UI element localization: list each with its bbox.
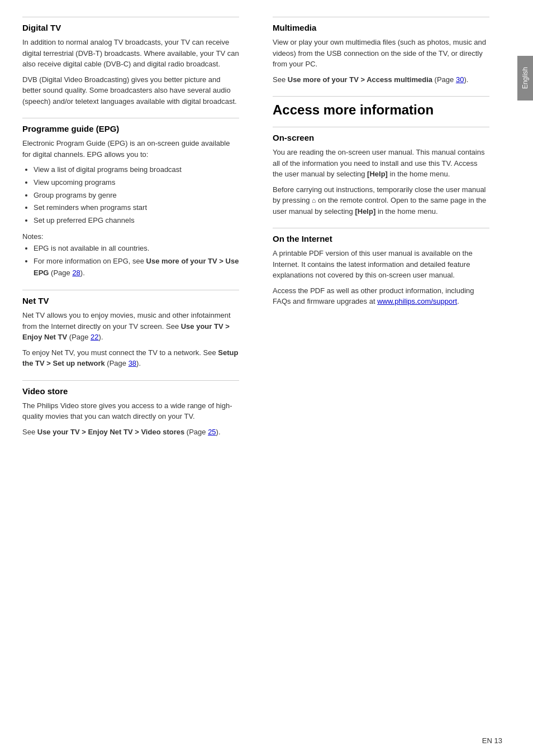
on-screen-help-ref: [Help] bbox=[367, 170, 388, 178]
note-link-bold: Use more of your TV > Use EPG bbox=[34, 257, 239, 277]
left-column: Digital TV In addition to normal analog … bbox=[22, 17, 250, 739]
divider-access-more-info bbox=[273, 96, 489, 97]
net-tv-link-1: Use your TV > Enjoy Net TV bbox=[22, 322, 230, 342]
video-store-para-1: The Philips Video store gives you access… bbox=[22, 400, 239, 422]
programme-guide-bullets: View a list of digital programs being br… bbox=[22, 164, 239, 227]
right-column: Multimedia View or play your own multime… bbox=[267, 17, 489, 739]
notes-bullets: EPG is not available in all countries. F… bbox=[22, 243, 239, 279]
note-item: EPG is not available in all countries. bbox=[34, 243, 239, 255]
video-store-see-also: See Use your TV > Enjoy Net TV > Video s… bbox=[22, 427, 239, 438]
divider-digital-tv bbox=[22, 17, 239, 17]
on-internet-para-1: A printable PDF version of this user man… bbox=[273, 248, 489, 281]
video-store-page-link[interactable]: 25 bbox=[208, 428, 216, 436]
net-tv-para-1: Net TV allows you to enjoy movies, music… bbox=[22, 310, 239, 343]
note-page-link[interactable]: 28 bbox=[72, 269, 80, 277]
home-icon: ⌂ bbox=[312, 195, 316, 205]
net-tv-page-link-2[interactable]: 38 bbox=[129, 359, 136, 367]
title-digital-tv: Digital TV bbox=[22, 23, 239, 32]
section-programme-guide: Programme guide (EPG) Electronic Program… bbox=[22, 118, 239, 279]
bullet-item: Group programs by genre bbox=[34, 190, 239, 202]
language-tab: English bbox=[517, 56, 533, 101]
on-internet-para-2: Access the PDF as well as other product … bbox=[273, 285, 489, 307]
on-screen-para-2: Before carrying out instructions, tempor… bbox=[273, 184, 489, 217]
bullet-item: Set up preferred EPG channels bbox=[34, 215, 239, 227]
divider-programme-guide bbox=[22, 118, 239, 118]
page-number: EN 13 bbox=[482, 736, 502, 745]
on-screen-help-ref-2: [Help] bbox=[355, 207, 375, 216]
divider-net-tv bbox=[22, 290, 239, 290]
title-on-internet: On the Internet bbox=[273, 234, 489, 243]
multimedia-link: Use more of your TV > Access multimedia bbox=[288, 75, 432, 84]
bullet-item: View upcoming programs bbox=[34, 177, 239, 189]
multimedia-page-link[interactable]: 30 bbox=[456, 75, 464, 84]
multimedia-see-also: See Use more of your TV > Access multime… bbox=[273, 74, 489, 85]
net-tv-page-link-1[interactable]: 22 bbox=[91, 333, 98, 341]
bullet-item: View a list of digital programs being br… bbox=[34, 164, 239, 176]
section-access-more-info: Access more information On-screen You ar… bbox=[273, 96, 489, 307]
title-on-screen: On-screen bbox=[273, 133, 489, 142]
language-label: English bbox=[521, 67, 529, 89]
section-digital-tv: Digital TV In addition to normal analog … bbox=[22, 17, 239, 107]
digital-tv-para-2: DVB (Digital Video Broadcasting) gives y… bbox=[22, 74, 239, 107]
note-item: For more information on EPG, see Use mor… bbox=[34, 256, 239, 279]
divider-on-internet bbox=[273, 228, 489, 228]
net-tv-para-2: To enjoy Net TV, you must connect the TV… bbox=[22, 347, 239, 369]
philips-support-link[interactable]: www.philips.com/support bbox=[377, 297, 457, 305]
subsection-on-internet: On the Internet A printable PDF version … bbox=[273, 228, 489, 307]
programme-guide-intro: Electronic Program Guide (EPG) is an on-… bbox=[22, 138, 239, 160]
on-screen-para-1: You are reading the on-screen user manua… bbox=[273, 147, 489, 180]
bullet-item: Set reminders when programs start bbox=[34, 202, 239, 214]
title-multimedia: Multimedia bbox=[273, 23, 489, 32]
section-multimedia: Multimedia View or play your own multime… bbox=[273, 17, 489, 85]
divider-on-screen bbox=[273, 127, 489, 127]
divider-video-store bbox=[22, 380, 239, 381]
notes-label: Notes: bbox=[22, 232, 239, 241]
page-container: English Digital TV In addition to normal… bbox=[0, 0, 533, 756]
video-store-link: Use your TV > Enjoy Net TV > Video store… bbox=[37, 428, 184, 436]
section-video-store: Video store The Philips Video store give… bbox=[22, 380, 239, 438]
section-net-tv: Net TV Net TV allows you to enjoy movies… bbox=[22, 290, 239, 369]
title-net-tv: Net TV bbox=[22, 296, 239, 305]
title-programme-guide: Programme guide (EPG) bbox=[22, 124, 239, 133]
subsection-on-screen: On-screen You are reading the on-screen … bbox=[273, 127, 489, 217]
divider-multimedia bbox=[273, 17, 489, 17]
main-content: Digital TV In addition to normal analog … bbox=[0, 0, 517, 756]
multimedia-para-1: View or play your own multimedia files (… bbox=[273, 37, 489, 70]
title-video-store: Video store bbox=[22, 386, 239, 396]
title-access-more-info: Access more information bbox=[273, 102, 489, 118]
digital-tv-para-1: In addition to normal analog TV broadcas… bbox=[22, 37, 239, 70]
